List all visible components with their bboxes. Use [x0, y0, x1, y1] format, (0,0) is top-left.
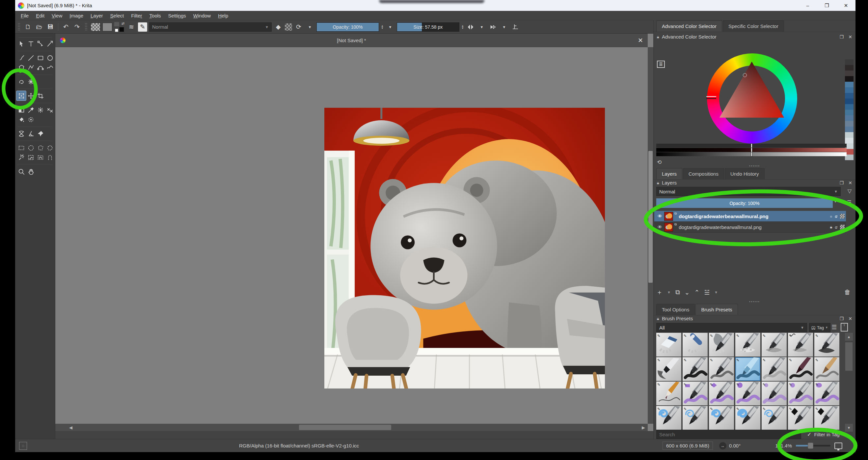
history-swatch[interactable] [845, 82, 854, 87]
brush-preset-ink-fine[interactable]: ✎ [656, 381, 681, 405]
shade-bar[interactable] [656, 144, 846, 148]
tool-measure[interactable] [26, 129, 36, 138]
float-docker-icon[interactable]: ❐ [840, 180, 844, 185]
brush-preset-marker-diamond[interactable]: ✎ [709, 381, 734, 405]
lock-icon[interactable]: 🔒︎ [657, 316, 659, 321]
tab-tool-options[interactable]: Tool Options [656, 304, 695, 315]
scroll-left-icon[interactable]: ◀ [69, 425, 72, 430]
history-swatch[interactable] [845, 70, 854, 76]
opacity-slider[interactable]: Opacity: 100% [316, 22, 379, 32]
open-document-icon[interactable]: 🗁 [35, 22, 44, 32]
brush-preset-swirl-thin[interactable]: ✎ [683, 406, 708, 430]
tag-button[interactable]: 🕮︎ Tag ▼ [809, 323, 831, 332]
tool-contiguous-select[interactable] [17, 152, 26, 162]
duplicate-layer-button[interactable]: ⧉ [675, 289, 680, 296]
tool-fill[interactable] [17, 115, 26, 124]
history-swatch[interactable] [845, 138, 854, 143]
list-view-icon[interactable]: ☰ [832, 323, 837, 331]
document-subwindow-titlebar[interactable]: [Not Saved] * ✕ [55, 34, 648, 47]
restore-button[interactable]: ❐ [817, 0, 836, 11]
layer-opacity-spinner[interactable]: ▲▼ [834, 198, 837, 203]
close-button[interactable]: ✕ [836, 0, 856, 11]
history-swatch[interactable] [845, 87, 854, 93]
brush-preset-stamp-diamond[interactable]: ✎ [814, 406, 839, 430]
tool-freehand-brush[interactable] [17, 53, 26, 63]
blending-mode-combo[interactable]: Normal▼ [149, 22, 272, 32]
brush-preset-swirl-thin[interactable]: ✎ [762, 406, 787, 430]
menu-tools[interactable]: Tools [146, 11, 165, 20]
move-layer-up-button[interactable]: ⌃ [694, 289, 700, 296]
brush-preset-pen-black[interactable]: ✎ [683, 357, 708, 381]
tool-edit-shapes[interactable] [36, 39, 45, 49]
preset-filter-combo[interactable]: All▼ [656, 323, 807, 332]
preserve-alpha-icon[interactable] [285, 23, 292, 31]
menu-image[interactable]: Image [66, 11, 87, 20]
brush-preset-marker-circle[interactable]: ✎ [735, 381, 760, 405]
tool-freehand-path[interactable] [45, 63, 55, 72]
add-layer-button[interactable]: ＋ [656, 288, 662, 296]
tool-gradient[interactable] [17, 105, 26, 115]
tool-color-sampler[interactable] [26, 105, 36, 115]
brush-preset-stamp-diamond[interactable]: ✎ [788, 406, 813, 430]
brush-preset-smudge-soft[interactable]: ✎ [709, 333, 734, 356]
tab-advanced-color-selector[interactable]: Advanced Color Selector [656, 21, 722, 32]
selection-indicator-icon[interactable]: ◌ [19, 442, 27, 450]
tool-zoom[interactable] [17, 167, 26, 176]
wrap-around-icon[interactable] [488, 22, 498, 32]
search-input[interactable] [656, 430, 801, 439]
brush-preset-air-noise[interactable]: ✎ [788, 333, 813, 356]
inherit-alpha-icon[interactable] [840, 214, 845, 219]
eraser-mode-icon[interactable]: ◆ [274, 22, 283, 32]
menu-settings[interactable]: Settings [165, 11, 190, 20]
mirror-horizontal-icon[interactable] [466, 22, 475, 32]
tool-bezier-curve[interactable] [36, 63, 45, 72]
layer-row[interactable]: 👁︎⧉dogtardigradewaterbearwallmural.png🔒︎… [654, 211, 846, 222]
history-swatch[interactable] [845, 110, 854, 115]
brush-preset-marker-soft[interactable]: ✎ [762, 381, 787, 405]
document-close-icon[interactable]: ✕ [638, 36, 643, 44]
brush-option-dropdown-icon[interactable]: ▼ [305, 22, 314, 32]
tool-polygon[interactable] [17, 63, 26, 72]
brush-preset-pen-graysoft[interactable]: ✎ [762, 357, 787, 381]
wrap-dropdown-icon[interactable]: ▼ [499, 22, 509, 32]
minimize-button[interactable]: – [798, 0, 817, 11]
history-swatch[interactable] [845, 98, 854, 104]
tool-bezier-select[interactable] [36, 152, 45, 162]
brush-preset-stylus-chrome[interactable]: ✎ [656, 357, 681, 381]
close-docker-icon[interactable]: ✕ [848, 180, 852, 185]
layer-blend-combo[interactable]: Normal▼ [656, 187, 841, 196]
rotation-value[interactable]: 0.00° [729, 443, 741, 449]
menu-layer[interactable]: Layer [87, 11, 107, 20]
brush-preset-swirl-bold[interactable]: ✎ [735, 406, 760, 430]
zoom-slider[interactable] [796, 445, 831, 447]
tool-polygon-select[interactable] [36, 143, 45, 152]
tool-transform[interactable] [17, 91, 26, 100]
brush-preset-eraser-wedge[interactable]: ✎ [656, 333, 681, 356]
foreground-background-colors[interactable]: ⇄ [114, 22, 125, 32]
layer-options-icon[interactable]: ☰ [847, 199, 851, 205]
brush-preset-marker-square[interactable]: ✎ [683, 381, 708, 405]
brush-preset-swirl[interactable]: ✎ [709, 406, 734, 430]
menu-file[interactable]: File [17, 11, 32, 20]
history-swatch[interactable] [845, 132, 854, 138]
size-slider[interactable]: Size: 57.58 px [397, 22, 459, 32]
toolbar-grip[interactable] [85, 23, 87, 31]
selector-settings-icon[interactable]: ☰ [657, 61, 665, 68]
tool-pattern-edit[interactable] [36, 105, 45, 115]
brush-preset-swirl[interactable]: ✎ [656, 406, 681, 430]
pattern-chooser[interactable] [102, 23, 112, 31]
visibility-eye-icon[interactable]: 👁︎ [658, 224, 662, 230]
fit-to-screen-icon[interactable] [834, 442, 842, 449]
tool-smart-patch[interactable] [45, 105, 55, 115]
red-gradient-bar[interactable] [656, 148, 846, 152]
canvas-vertical-scrollbar[interactable] [648, 47, 653, 424]
menu-window[interactable]: Window [190, 11, 214, 20]
reload-preset-icon[interactable]: ⟳ [294, 22, 303, 32]
undo-icon[interactable]: ↶ [61, 22, 70, 32]
tool-crop[interactable] [36, 91, 45, 100]
close-docker-icon[interactable]: ✕ [848, 34, 852, 39]
trim-to-image-icon[interactable] [511, 22, 520, 32]
sv-triangle[interactable] [719, 62, 784, 118]
canvas-horizontal-scrollbar[interactable]: ◀ ▶ [55, 424, 648, 431]
tool-line[interactable] [26, 53, 36, 63]
